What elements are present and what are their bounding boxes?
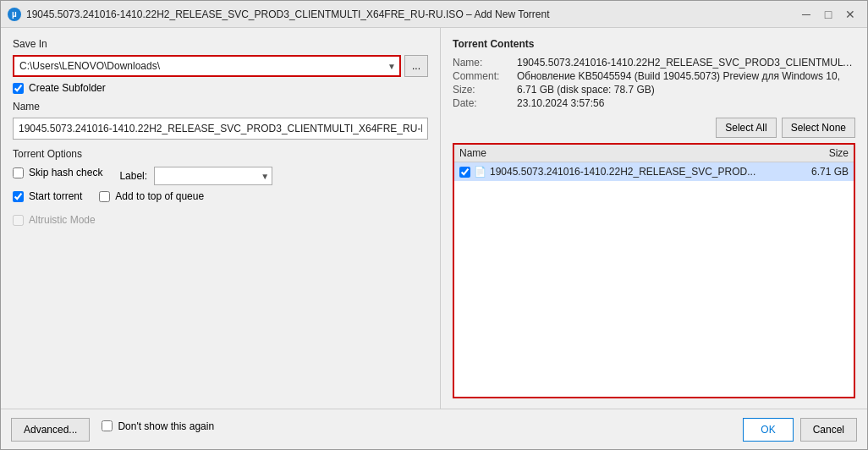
save-in-label: Save In <box>13 38 428 50</box>
info-comment-label: Comment: <box>453 70 512 82</box>
options-grid: Skip hash check Label: ▼ <box>13 167 428 233</box>
label-select[interactable] <box>154 167 272 185</box>
info-size-label: Size: <box>453 84 512 96</box>
create-subfolder-checkbox[interactable] <box>13 83 24 94</box>
minimize-button[interactable]: ─ <box>796 6 816 23</box>
torrent-info: Name: 19045.5073.241016-1410.22H2_RELEAS… <box>453 57 855 109</box>
right-panel: Torrent Contents Name: 19045.5073.241016… <box>441 28 867 409</box>
dialog-body: Save In C:\Users\LENOVO\Downloads\ ▼ ...… <box>1 28 867 409</box>
label-row: Label: ▼ <box>119 167 272 185</box>
start-torrent-row: Start torrent <box>13 190 82 202</box>
skip-hash-row: Skip hash check <box>13 167 102 178</box>
table-row: 📄 19045.5073.241016-1410.22H2_RELEASE_SV… <box>454 162 854 181</box>
left-panel: Save In C:\Users\LENOVO\Downloads\ ▼ ...… <box>1 28 441 409</box>
add-to-top-label: Add to top of queue <box>115 190 204 202</box>
info-comment-value: Обновление KB5045594 (Build 19045.5073) … <box>517 70 855 82</box>
altruistic-label: Altruistic Mode <box>29 214 96 226</box>
select-buttons-row: Select All Select None <box>453 118 855 138</box>
create-subfolder-row: Create Subfolder <box>13 82 428 94</box>
col-name: Name <box>459 147 486 159</box>
dialog-title: 19045.5073.241016-1410.22H2_RELEASE_SVC_… <box>26 8 550 20</box>
dialog-footer: Advanced... Don't show this again OK Can… <box>1 409 867 449</box>
path-select-wrapper: C:\Users\LENOVO\Downloads\ ▼ <box>13 55 401 77</box>
path-dropdown[interactable]: C:\Users\LENOVO\Downloads\ <box>13 55 401 77</box>
browse-button[interactable]: ... <box>404 55 428 77</box>
file-checkbox[interactable] <box>459 167 470 178</box>
window-controls: ─ □ ✕ <box>796 6 860 23</box>
options-row-1: Skip hash check Label: ▼ <box>13 167 428 185</box>
footer-right: OK Cancel <box>743 418 857 442</box>
skip-hash-checkbox[interactable] <box>13 167 24 178</box>
info-name-label: Name: <box>453 57 512 69</box>
torrent-options-label: Torrent Options <box>13 148 428 160</box>
maximize-button[interactable]: □ <box>818 6 838 23</box>
start-torrent-checkbox[interactable] <box>13 191 24 202</box>
label-select-wrapper: ▼ <box>154 167 272 185</box>
title-bar-left: µ 19045.5073.241016-1410.22H2_RELEASE_SV… <box>8 8 550 21</box>
ok-button[interactable]: OK <box>743 418 793 442</box>
select-none-button[interactable]: Select None <box>782 118 855 138</box>
file-icon: 📄 <box>474 166 486 178</box>
name-section: Name <box>13 101 428 140</box>
name-input[interactable] <box>13 118 428 140</box>
add-torrent-dialog: µ 19045.5073.241016-1410.22H2_RELEASE_SV… <box>0 0 868 450</box>
skip-hash-label: Skip hash check <box>29 167 102 178</box>
altruistic-row: Altruistic Mode <box>13 214 428 226</box>
info-date-value: 23.10.2024 3:57:56 <box>517 97 855 109</box>
label-text: Label: <box>119 170 147 182</box>
name-label: Name <box>13 101 428 112</box>
info-date-label: Date: <box>453 97 512 109</box>
file-table: Name Size 📄 19045.5073.241016-1410.22H2_… <box>453 143 855 398</box>
footer-left: Advanced... Don't show this again <box>11 418 214 442</box>
create-subfolder-label: Create Subfolder <box>29 82 106 94</box>
app-icon: µ <box>8 8 21 21</box>
options-row-2: Start torrent Add to top of queue <box>13 190 428 209</box>
file-table-header: Name Size <box>454 145 854 162</box>
file-name: 19045.5073.241016-1410.22H2_RELEASE_SVC_… <box>490 166 808 178</box>
right-panel-title: Torrent Contents <box>453 38 855 50</box>
save-in-row: C:\Users\LENOVO\Downloads\ ▼ ... <box>13 55 428 77</box>
close-button[interactable]: ✕ <box>840 6 860 23</box>
altruistic-checkbox[interactable] <box>13 215 24 226</box>
info-name-value: 19045.5073.241016-1410.22H2_RELEASE_SVC_… <box>517 57 855 69</box>
info-size-value: 6.71 GB (disk space: 78.7 GB) <box>517 84 855 96</box>
col-size: Size <box>829 147 849 159</box>
add-to-top-row: Add to top of queue <box>99 190 204 202</box>
title-bar: µ 19045.5073.241016-1410.22H2_RELEASE_SV… <box>1 1 867 28</box>
file-size: 6.71 GB <box>811 166 849 178</box>
advanced-button[interactable]: Advanced... <box>11 418 90 442</box>
dont-show-again-checkbox[interactable] <box>102 420 113 431</box>
cancel-button[interactable]: Cancel <box>800 418 857 442</box>
select-all-button[interactable]: Select All <box>716 118 776 138</box>
start-torrent-label: Start torrent <box>29 190 82 202</box>
add-to-top-checkbox[interactable] <box>99 191 110 202</box>
dont-show-again-row: Don't show this again <box>102 420 214 432</box>
dont-show-again-label: Don't show this again <box>118 420 214 432</box>
